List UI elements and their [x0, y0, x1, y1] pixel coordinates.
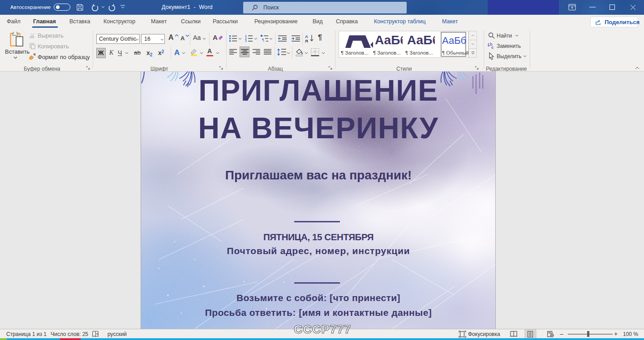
svg-text:3: 3: [245, 40, 247, 42]
svg-text:i: i: [263, 40, 264, 42]
svg-text:c: c: [491, 45, 494, 49]
svg-text:Я: Я: [305, 38, 308, 42]
